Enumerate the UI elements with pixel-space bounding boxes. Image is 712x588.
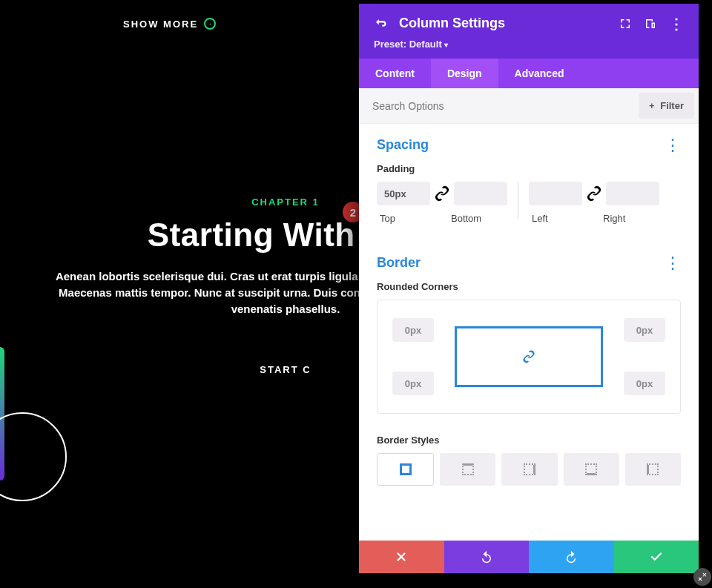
padding-right-caption: Right bbox=[603, 213, 656, 224]
padding-label: Padding bbox=[377, 163, 681, 174]
rounded-corners-label: Rounded Corners bbox=[377, 281, 681, 292]
decorative-circle bbox=[0, 412, 67, 501]
responsive-icon[interactable] bbox=[644, 17, 657, 30]
tab-content[interactable]: Content bbox=[359, 59, 431, 88]
border-style-all[interactable] bbox=[377, 453, 434, 486]
plus-icon: + bbox=[649, 100, 655, 111]
border-style-right[interactable] bbox=[501, 453, 557, 486]
border-style-bottom[interactable] bbox=[564, 453, 619, 486]
undo-button[interactable] bbox=[444, 541, 530, 573]
panel-title: Column Settings bbox=[399, 16, 607, 31]
padding-right-input[interactable] bbox=[606, 182, 659, 205]
corner-br-input[interactable] bbox=[624, 371, 665, 395]
divider bbox=[518, 182, 518, 219]
redo-button[interactable] bbox=[529, 541, 614, 573]
link-icon[interactable] bbox=[585, 182, 603, 205]
undo-icon bbox=[480, 550, 493, 564]
section-spacing-toggle[interactable]: Spacing bbox=[377, 137, 429, 153]
padding-bottom-input[interactable] bbox=[454, 182, 507, 205]
back-icon[interactable] bbox=[374, 17, 387, 30]
link-icon[interactable] bbox=[433, 182, 451, 205]
show-more-label: SHOW MORE bbox=[123, 19, 198, 30]
corners-preview[interactable] bbox=[455, 326, 603, 387]
rounded-corners-box bbox=[377, 300, 681, 414]
padding-left-caption: Left bbox=[532, 213, 585, 224]
tab-design[interactable]: Design bbox=[431, 59, 498, 88]
preset-dropdown[interactable]: Preset: Default bbox=[374, 39, 684, 50]
panel-tabs: Content Design Advanced bbox=[359, 59, 699, 88]
cancel-button[interactable] bbox=[359, 541, 444, 573]
panel-header: Column Settings ⋮ Preset: Default bbox=[359, 4, 699, 59]
close-icon bbox=[395, 550, 408, 564]
border-styles-label: Border Styles bbox=[377, 435, 681, 446]
padding-bottom-caption: Bottom bbox=[451, 213, 504, 224]
padding-top-caption: Top bbox=[380, 213, 433, 224]
search-row: + Filter bbox=[359, 88, 699, 124]
padding-left-input[interactable] bbox=[529, 182, 582, 205]
panel-body: Spacing ⋮ Padding Top Bottom bbox=[359, 124, 699, 541]
border-style-top[interactable] bbox=[440, 453, 495, 486]
tab-advanced[interactable]: Advanced bbox=[498, 59, 581, 88]
padding-controls: Top Bottom Left Right bbox=[377, 182, 681, 224]
padding-top-input[interactable] bbox=[377, 182, 430, 205]
panel-menu-icon[interactable]: ⋮ bbox=[669, 20, 684, 27]
panel-footer bbox=[359, 541, 699, 573]
border-styles-row bbox=[377, 453, 681, 486]
filter-button[interactable]: + Filter bbox=[639, 93, 694, 119]
arrow-right-icon: → bbox=[204, 18, 216, 30]
preset-label: Preset: Default bbox=[374, 39, 442, 50]
section-border-toggle[interactable]: Border bbox=[377, 255, 421, 271]
search-input[interactable] bbox=[359, 90, 634, 122]
expand-icon[interactable] bbox=[619, 17, 632, 30]
save-button[interactable] bbox=[614, 541, 699, 573]
redo-icon bbox=[564, 550, 578, 564]
show-more-link[interactable]: SHOW MORE → bbox=[123, 18, 216, 30]
filter-label: Filter bbox=[660, 100, 684, 111]
check-icon bbox=[650, 550, 663, 564]
corner-bl-input[interactable] bbox=[392, 371, 434, 395]
resize-handle[interactable] bbox=[693, 568, 711, 586]
column-settings-panel: Column Settings ⋮ Preset: Default Conten… bbox=[359, 4, 699, 573]
corner-tr-input[interactable] bbox=[624, 318, 665, 342]
resize-icon bbox=[697, 572, 708, 582]
border-style-left[interactable] bbox=[625, 453, 681, 486]
link-icon bbox=[521, 349, 536, 364]
corner-tl-input[interactable] bbox=[392, 318, 434, 342]
